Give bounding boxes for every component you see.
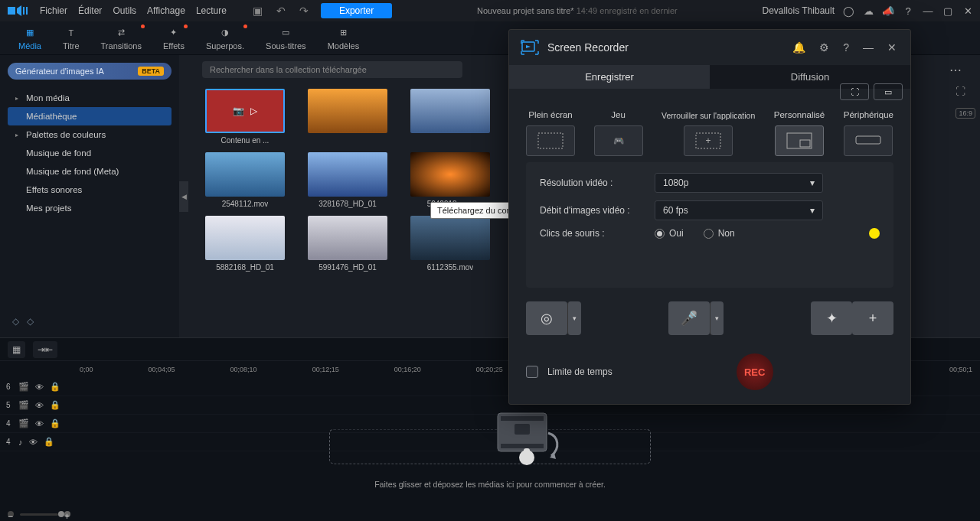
tree-media-library[interactable]: Médiathèque bbox=[8, 107, 172, 125]
tab-record[interactable]: Enregistrer bbox=[509, 65, 710, 89]
tag-icon[interactable]: ◇ bbox=[12, 316, 19, 327]
source-game[interactable]: Jeu 🎮 bbox=[594, 99, 643, 156]
chevron-down-icon: ▾ bbox=[810, 205, 815, 216]
eye-icon[interactable]: 👁 bbox=[35, 401, 44, 410]
zoom-out-icon[interactable]: − bbox=[8, 511, 14, 517]
settings-icon[interactable]: ⚙ bbox=[816, 41, 832, 54]
ai-image-generator-pill[interactable]: Générateur d'images IA BETA bbox=[8, 63, 172, 80]
media-thumb[interactable]: 3281678_HD_01 bbox=[302, 152, 394, 208]
resolution-select[interactable]: 1080p▾ bbox=[655, 173, 823, 193]
source-fullscreen[interactable]: Plein écran bbox=[526, 99, 575, 156]
lock-icon[interactable]: 🔒 bbox=[50, 400, 60, 410]
webcam-dropdown[interactable]: ▾ bbox=[567, 301, 581, 335]
search-input[interactable]: Rechercher dans la collection téléchargé… bbox=[202, 61, 462, 78]
mouse-clicks-label: Clics de souris : bbox=[540, 228, 655, 239]
webcam-button[interactable]: ◎ bbox=[526, 301, 567, 335]
tree-color-palettes[interactable]: ▸Palettes de couleurs bbox=[8, 125, 172, 144]
lock-icon[interactable]: 🔒 bbox=[50, 418, 60, 428]
menu-view[interactable]: Affichage bbox=[147, 5, 185, 16]
svg-rect-13 bbox=[800, 140, 810, 147]
undo-icon[interactable]: ↶ bbox=[275, 5, 287, 17]
announce-icon[interactable]: 📣 bbox=[882, 5, 894, 17]
screen-recorder-icon bbox=[520, 37, 540, 57]
more-menu-icon[interactable]: ⋯ bbox=[949, 63, 963, 77]
mouse-yes-radio[interactable]: Oui bbox=[655, 228, 684, 239]
media-thumb[interactable]: 5991476_HD_01 bbox=[302, 216, 394, 272]
aspect-badge[interactable]: 16:9 bbox=[956, 108, 975, 119]
minimize-modal-icon[interactable]: — bbox=[860, 41, 877, 54]
add-overlay-button[interactable]: + bbox=[852, 301, 893, 335]
export-button[interactable]: Exporter bbox=[321, 3, 392, 18]
mic-dropdown[interactable]: ▾ bbox=[710, 301, 724, 335]
fps-label: Débit d'images vidéo : bbox=[540, 205, 655, 216]
menu-edit[interactable]: Éditer bbox=[78, 5, 102, 16]
tab-media[interactable]: ▦Média bbox=[8, 23, 52, 54]
help-icon[interactable]: ? bbox=[840, 41, 852, 54]
close-icon[interactable]: ✕ bbox=[962, 5, 974, 17]
media-thumb[interactable] bbox=[302, 89, 394, 145]
library-sidebar: Générateur d'images IA BETA ▸Mon média M… bbox=[0, 55, 179, 337]
record-button[interactable]: REC bbox=[737, 353, 773, 390]
tab-effects[interactable]: ✦Effets bbox=[152, 23, 195, 54]
eye-icon[interactable]: 👁 bbox=[29, 438, 38, 447]
redo-icon[interactable]: ↷ bbox=[298, 5, 310, 17]
source-lock-app[interactable]: Verrouiller sur l'application + bbox=[662, 99, 755, 156]
media-thumb[interactable]: 5042918.mov bbox=[404, 152, 496, 208]
timeline-tool-2[interactable]: ⇥⇤ bbox=[33, 341, 57, 358]
mouse-no-radio[interactable]: Non bbox=[704, 228, 735, 239]
lock-icon[interactable]: 🔒 bbox=[50, 382, 60, 392]
source-custom[interactable]: Personnalisé bbox=[774, 99, 825, 156]
media-thumb[interactable]: 5882168_HD_01 bbox=[199, 216, 291, 272]
video-track-icon: 🎬 bbox=[18, 382, 29, 392]
eraser-icon[interactable]: ◇ bbox=[27, 316, 34, 327]
menu-file[interactable]: Fichier bbox=[40, 5, 67, 16]
tab-transitions[interactable]: ⇄Transitions bbox=[90, 23, 152, 54]
tree-bg-music[interactable]: Musique de fond bbox=[8, 144, 172, 162]
close-modal-icon[interactable]: ✕ bbox=[884, 41, 900, 54]
svg-rect-0 bbox=[23, 7, 24, 15]
tree-bg-music-meta[interactable]: Musique de fond (Meta) bbox=[8, 162, 172, 181]
menu-playback[interactable]: Lecture bbox=[196, 5, 227, 16]
thumb-download-online[interactable]: 📷▷ Contenu en ... bbox=[199, 89, 291, 145]
resolution-label: Résolution vidéo : bbox=[540, 177, 655, 188]
tab-overlay[interactable]: ◑Superpos. bbox=[195, 23, 255, 54]
layout-icon[interactable]: ▣ bbox=[251, 5, 264, 17]
timeline-dropzone[interactable] bbox=[329, 428, 651, 464]
tree-sound-fx[interactable]: Effets sonores bbox=[8, 181, 172, 199]
expand-icon[interactable]: ⛶ bbox=[956, 86, 975, 97]
media-thumb[interactable] bbox=[404, 89, 496, 145]
eye-icon[interactable]: 👁 bbox=[35, 419, 44, 428]
click-color-swatch[interactable] bbox=[869, 228, 880, 239]
chevron-down-icon: ▾ bbox=[810, 177, 815, 188]
tab-subtitles[interactable]: ▭Sous-titres bbox=[255, 23, 317, 54]
minimize-icon[interactable]: — bbox=[922, 5, 934, 17]
play-icon: ▷ bbox=[250, 106, 257, 116]
overlay-button[interactable]: ✦ bbox=[811, 301, 852, 335]
mode-fullscreen-icon[interactable]: ⛶ bbox=[840, 83, 869, 100]
svg-text:+: + bbox=[706, 135, 711, 146]
user-icon[interactable]: ◯ bbox=[842, 5, 854, 17]
mode-window-icon[interactable]: ▭ bbox=[874, 83, 903, 100]
tab-templates[interactable]: ⊞Modèles bbox=[317, 23, 371, 54]
time-limit-checkbox[interactable] bbox=[526, 366, 538, 378]
help-icon[interactable]: ? bbox=[902, 5, 914, 17]
media-thumb[interactable]: 6112355.mov bbox=[404, 216, 496, 272]
source-device[interactable]: Périphérique bbox=[844, 99, 893, 156]
lock-icon[interactable]: 🔒 bbox=[44, 437, 54, 447]
fps-select[interactable]: 60 fps▾ bbox=[655, 200, 823, 220]
tree-my-projects[interactable]: Mes projets bbox=[8, 199, 172, 217]
time-limit-label: Limite de temps bbox=[547, 366, 612, 377]
tree-my-media[interactable]: ▸Mon média bbox=[8, 89, 172, 107]
eye-icon[interactable]: 👁 bbox=[35, 383, 44, 392]
timeline-tool-1[interactable]: ▦ bbox=[8, 341, 25, 358]
maximize-icon[interactable]: ▢ bbox=[942, 5, 954, 17]
zoom-in-icon[interactable]: + bbox=[64, 511, 70, 517]
media-thumb[interactable]: 2548112.mov bbox=[199, 152, 291, 208]
menu-tools[interactable]: Outils bbox=[113, 5, 136, 16]
audio-track-icon: ♪ bbox=[18, 438, 23, 447]
mic-button[interactable]: 🎤 bbox=[668, 301, 710, 335]
collapse-left-icon[interactable]: ◀ bbox=[179, 181, 188, 212]
bell-icon[interactable]: 🔔 bbox=[789, 41, 808, 54]
cloud-icon[interactable]: ☁ bbox=[862, 5, 874, 17]
tab-title[interactable]: TTitre bbox=[52, 23, 90, 54]
